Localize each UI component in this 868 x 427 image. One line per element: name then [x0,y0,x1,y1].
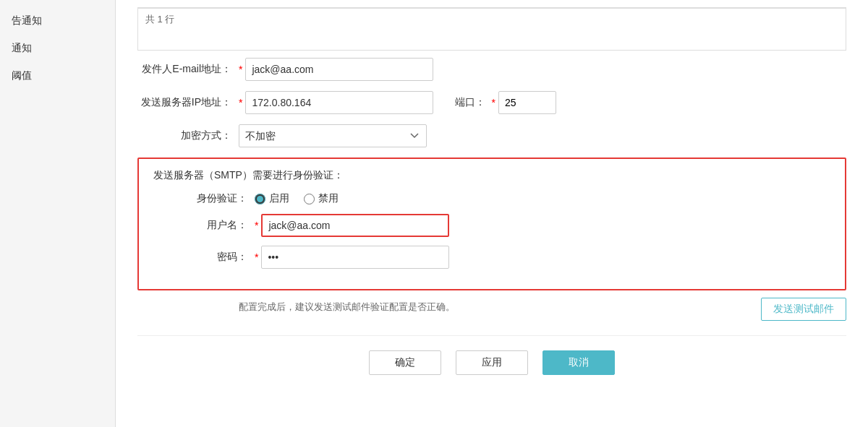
smtp-title: 发送服务器（SMTP）需要进行身份验证： [153,169,830,182]
sidebar-item-alert-notification[interactable]: 告通知 [0,7,115,35]
smtp-auth-row: 身份验证： 启用 禁用 [153,192,830,205]
bottom-actions: 确定 应用 取消 [137,335,846,382]
apply-button[interactable]: 应用 [456,350,528,375]
sidebar-item-label: 阈值 [12,69,32,81]
required-star-user: * [255,220,258,231]
sender-email-label: 发件人E-mail地址： [137,63,239,76]
encryption-label: 加密方式： [137,129,239,142]
sidebar-item-label: 通知 [12,42,32,53]
required-star-ip: * [239,97,242,108]
auth-enable-radio[interactable] [255,194,265,204]
config-note-row: 发送测试邮件 配置完成后，建议发送测试邮件验证配置是否正确。 [137,301,846,328]
required-star-port: * [491,97,495,108]
server-port-group: 端口： * [245,91,556,114]
smtp-password-input[interactable] [261,246,449,269]
send-test-button[interactable]: 发送测试邮件 [761,298,846,321]
sidebar-item-threshold[interactable]: 阈值 [0,62,115,90]
auth-disable-label[interactable]: 禁用 [304,192,339,205]
encryption-select[interactable]: 不加密 SSL TLS [239,124,427,147]
auth-radio-group: 启用 禁用 [255,192,339,205]
server-ip-input[interactable] [245,91,433,114]
smtp-auth-label: 身份验证： [153,192,255,205]
config-note: 配置完成后，建议发送测试邮件验证配置是否正确。 [239,301,846,314]
sender-email-input[interactable] [245,58,433,81]
sidebar-item-label: 告通知 [12,14,42,26]
encryption-row: 加密方式： 不加密 SSL TLS [137,124,846,147]
table-row-count: 共 1 行 [145,14,174,25]
table-footer: 共 1 行 [138,8,846,30]
auth-enable-label[interactable]: 启用 [255,192,289,205]
port-input[interactable] [498,91,556,114]
confirm-button[interactable]: 确定 [369,350,441,375]
sender-email-row: 发件人E-mail地址： * [137,58,846,81]
server-ip-label: 发送服务器IP地址： [137,96,239,109]
smtp-username-input[interactable] [261,214,449,237]
sidebar: 告通知 通知 阈值 [0,0,116,427]
port-label: 端口： [455,96,485,109]
required-star: * [239,64,242,75]
smtp-password-label: 密码： [153,251,255,264]
smtp-username-row: 用户名： * [153,214,830,237]
smtp-password-row: 密码： * [153,246,830,269]
auth-disable-radio[interactable] [304,194,315,204]
main-content: 共 1 行 发件人E-mail地址： * 发送服务器IP地址： * [116,0,868,427]
smtp-username-label: 用户名： [153,219,255,232]
recipients-table: 共 1 行 [137,7,846,51]
server-ip-row: 发送服务器IP地址： * 端口： * [137,91,846,114]
auth-enable-text: 启用 [269,192,289,205]
cancel-button[interactable]: 取消 [542,350,615,375]
auth-disable-text: 禁用 [318,192,339,205]
required-star-pwd: * [255,251,258,263]
sidebar-item-notification[interactable]: 通知 [0,35,115,62]
smtp-auth-box: 发送服务器（SMTP）需要进行身份验证： 身份验证： 启用 [137,158,846,290]
